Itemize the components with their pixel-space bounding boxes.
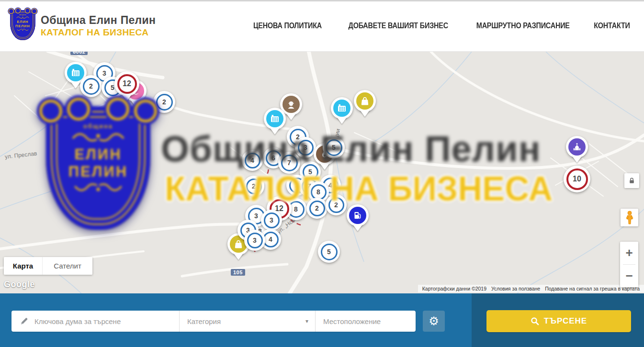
pegman-icon <box>624 211 635 225</box>
terms-link[interactable]: Условия за ползване <box>489 286 542 291</box>
map-marker-cluster[interactable]: 2 <box>326 194 347 215</box>
crest-ornament <box>15 8 21 14</box>
map-marker-cluster[interactable]: 10 <box>564 166 590 192</box>
flourish-icon <box>16 16 30 19</box>
category-select[interactable]: Категория ▾ <box>179 311 315 332</box>
map-marker-pin[interactable] <box>354 90 376 122</box>
nav-route-schedule[interactable]: МАРШРУТНО РАЗПИСАНИЕ <box>476 22 569 30</box>
zoom-control: + − <box>620 242 638 287</box>
flourish-icon <box>16 29 29 32</box>
map-marker-cluster[interactable]: 3 <box>261 210 282 231</box>
chevron-down-icon: ▾ <box>305 318 308 325</box>
map-marker-pin[interactable] <box>331 97 353 129</box>
pegman-button[interactable] <box>621 209 638 226</box>
map-marker-cluster[interactable]: 2 <box>153 91 175 113</box>
brand[interactable]: община ЕЛИН ПЕЛИН Община Елин Пелин КАТА… <box>10 10 156 42</box>
location-select-value: Местоположение <box>323 317 381 325</box>
nav-pricing-policy[interactable]: ЦЕНОВА ПОЛИТИКА <box>253 22 322 30</box>
church-icon <box>568 138 586 156</box>
crest-ornament <box>32 9 37 14</box>
map-type-map-button[interactable]: Карта <box>4 257 42 275</box>
crest-org-text: община <box>19 14 26 16</box>
nav-contacts[interactable]: КОНТАКТИ <box>594 22 630 30</box>
search-fields-group: Категория ▾ Местоположение ▾ <box>11 311 416 332</box>
factory-icon <box>333 100 350 117</box>
crest-ornament <box>9 9 14 14</box>
map-marker-cluster[interactable]: 5 <box>323 136 345 158</box>
map-marker-cluster[interactable]: 4 <box>242 150 263 171</box>
map-canvas[interactable]: 6002 105 ул. Преслав бул. „Новосел ции 3… <box>0 51 644 293</box>
keyword-field-wrap <box>11 311 179 332</box>
search-icon <box>531 317 539 325</box>
map-marker-pin[interactable] <box>566 136 588 168</box>
category-select-value: Категория <box>187 317 221 325</box>
map-marker-cluster[interactable]: 3 <box>244 230 265 251</box>
google-logo[interactable]: Google <box>4 280 35 290</box>
search-button[interactable]: ТЪРСЕНЕ <box>486 310 631 332</box>
factory-icon <box>266 110 283 127</box>
municipality-logo: община ЕЛИН ПЕЛИН <box>10 10 36 42</box>
zoom-in-button[interactable]: + <box>620 242 638 264</box>
pencil-icon <box>19 316 29 326</box>
lock-icon <box>628 177 635 184</box>
markers-layer: 32512223564752748282212833343510 <box>0 51 644 293</box>
site-title: Община Елин Пелин <box>41 14 156 27</box>
keyword-search-input[interactable] <box>34 317 165 326</box>
crest-line2: ПЕЛИН <box>15 24 30 28</box>
header: община ЕЛИН ПЕЛИН Община Елин Пелин КАТА… <box>0 0 644 52</box>
advanced-settings-button[interactable]: ⚙ <box>423 311 445 332</box>
main-nav: ЦЕНОВА ПОЛИТИКА ДОБАВЕТЕ ВАШИЯТ БИЗНЕС М… <box>249 0 632 51</box>
lock-button[interactable] <box>624 173 639 188</box>
map-marker-cluster[interactable]: 5 <box>318 241 340 263</box>
map-type-satellite-button[interactable]: Сателит <box>42 257 92 275</box>
bag-icon <box>356 92 373 110</box>
search-bar: Категория ▾ Местоположение ▾ ⚙ ТЪРСЕНЕ <box>0 293 644 347</box>
map-marker-pin[interactable] <box>264 108 286 140</box>
map-data-copyright: Картографски данни ©2019 <box>420 286 489 291</box>
map-type-control: Карта Сателит <box>4 257 92 275</box>
fuel-icon <box>349 207 366 224</box>
site-subtitle: КАТАЛОГ НА БИЗНЕСА <box>41 27 156 38</box>
map-marker-cluster[interactable]: 12 <box>114 71 139 106</box>
map-attribution: Картографски данни ©2019 Условия за полз… <box>418 285 644 292</box>
nav-add-business[interactable]: ДОБАВЕТЕ ВАШИЯТ БИЗНЕС <box>349 22 448 30</box>
brand-text: Община Елин Пелин КАТАЛОГ НА БИЗНЕСА <box>41 14 156 38</box>
map-marker-pin[interactable] <box>347 204 369 236</box>
map-marker-cluster[interactable]: 2 <box>80 75 102 97</box>
gear-icon: ⚙ <box>429 315 439 327</box>
map-marker-cluster[interactable]: 7 <box>278 152 300 174</box>
crest-line1: ЕЛИН <box>17 20 28 24</box>
map-marker-cluster[interactable]: 2 <box>306 198 328 219</box>
page: община ЕЛИН ПЕЛИН Община Елин Пелин КАТА… <box>0 0 644 347</box>
zoom-out-button[interactable]: − <box>620 265 638 287</box>
map-marker-cluster[interactable]: 2 <box>243 176 264 197</box>
crest-ornament <box>25 8 31 14</box>
top-strip <box>0 0 644 1</box>
